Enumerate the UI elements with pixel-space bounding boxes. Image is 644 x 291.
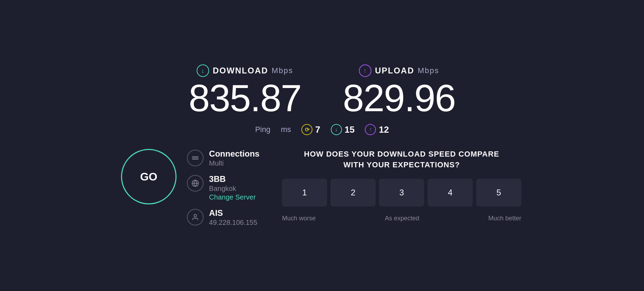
rating-question: HOW DOES YOUR DOWNLOAD SPEED COMPARE WIT… xyxy=(304,149,499,170)
server-name: 3BB xyxy=(209,174,256,184)
download-label-text: DOWNLOAD xyxy=(213,66,268,76)
rating-labels: Much worse As expected Much better xyxy=(280,215,523,222)
upload-block: ↑ UPLOAD Mbps 829.96 xyxy=(343,64,455,117)
rating-buttons: 1 2 3 4 5 xyxy=(282,179,521,206)
ping-row: Ping ms ⟳ 7 ↓ 15 ↑ 12 xyxy=(255,124,389,135)
connections-title: Connections xyxy=(209,149,259,159)
connections-value: Multi xyxy=(209,159,259,167)
download-unit: Mbps xyxy=(272,66,293,75)
upload-ping-icon: ↑ xyxy=(365,124,376,135)
right-section: HOW DOES YOUR DOWNLOAD SPEED COMPARE WIT… xyxy=(280,149,523,222)
server-text: 3BB Bangkok Change Server xyxy=(209,174,256,201)
download-ping-value: 15 xyxy=(345,124,355,135)
isp-name: AIS xyxy=(209,208,257,218)
server-item: 3BB Bangkok Change Server xyxy=(187,174,259,201)
download-label: ↓ DOWNLOAD Mbps xyxy=(197,64,293,77)
download-ping-item: ↓ 15 xyxy=(331,124,355,135)
isp-icon xyxy=(187,209,204,226)
download-value: 835.87 xyxy=(189,79,301,117)
left-section: GO Connections Multi xyxy=(121,149,259,227)
download-icon: ↓ xyxy=(197,64,209,77)
svg-point-5 xyxy=(194,214,196,217)
jitter-icon: ⟳ xyxy=(301,124,312,135)
upload-ping-value: 12 xyxy=(379,124,389,135)
info-section: Connections Multi 3BB xyxy=(187,149,259,227)
isp-item: AIS 49.228.106.155 xyxy=(187,208,259,227)
isp-ip: 49.228.106.155 xyxy=(209,219,257,227)
download-block: ↓ DOWNLOAD Mbps 835.87 xyxy=(189,64,301,117)
connections-text: Connections Multi xyxy=(209,149,259,167)
rating-btn-2[interactable]: 2 xyxy=(330,179,376,206)
rating-btn-4[interactable]: 4 xyxy=(428,179,473,206)
upload-ping-item: ↑ 12 xyxy=(365,124,389,135)
app-container: ↓ DOWNLOAD Mbps 835.87 ↑ UPLOAD Mbps 829… xyxy=(0,0,644,291)
rating-btn-5[interactable]: 5 xyxy=(476,179,521,206)
upload-icon: ↑ xyxy=(359,64,371,77)
jitter-item: ⟳ 7 xyxy=(301,124,320,135)
ping-unit: ms xyxy=(281,125,291,134)
connections-icon xyxy=(187,150,204,166)
jitter-value: 7 xyxy=(315,124,320,135)
download-ping-icon: ↓ xyxy=(331,124,342,135)
rating-label-middle: As expected xyxy=(385,215,419,222)
upload-label-text: UPLOAD xyxy=(375,66,414,76)
rating-question-line2: WITH YOUR EXPECTATIONS? xyxy=(304,160,499,170)
rating-label-right: Much better xyxy=(488,215,521,222)
upload-unit: Mbps xyxy=(418,66,439,75)
go-label: GO xyxy=(140,170,157,183)
rating-label-left: Much worse xyxy=(282,215,316,222)
go-button[interactable]: GO xyxy=(121,149,177,204)
change-server-link[interactable]: Change Server xyxy=(209,193,256,201)
server-location: Bangkok xyxy=(209,185,256,193)
ping-label: Ping xyxy=(255,125,271,134)
rating-question-line1: HOW DOES YOUR DOWNLOAD SPEED COMPARE xyxy=(304,149,499,160)
rating-btn-1[interactable]: 1 xyxy=(282,179,327,206)
speeds-row: ↓ DOWNLOAD Mbps 835.87 ↑ UPLOAD Mbps 829… xyxy=(189,64,455,117)
isp-text: AIS 49.228.106.155 xyxy=(209,208,257,227)
upload-label: ↑ UPLOAD Mbps xyxy=(359,64,439,77)
main-row: GO Connections Multi xyxy=(21,149,623,227)
connections-item: Connections Multi xyxy=(187,149,259,167)
server-icon xyxy=(187,175,204,192)
upload-value: 829.96 xyxy=(343,79,455,117)
rating-btn-3[interactable]: 3 xyxy=(379,179,424,206)
